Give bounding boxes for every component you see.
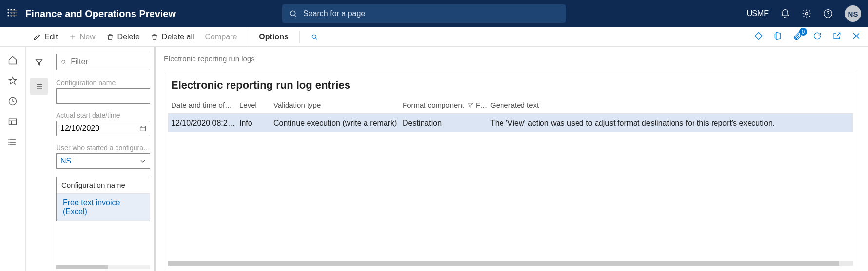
svg-line-10 bbox=[295, 15, 296, 17]
log-grid: Date and time of… Level Validation type … bbox=[168, 96, 853, 261]
col-date[interactable]: Date and time of… bbox=[168, 101, 236, 109]
config-name-label: Configuration name bbox=[56, 79, 150, 87]
action-bar: Edit New Delete Delete all Compare Optio… bbox=[0, 27, 868, 47]
notifications-icon[interactable] bbox=[780, 9, 790, 18]
edit-button[interactable]: Edit bbox=[33, 33, 58, 41]
nav-hamburger-icon[interactable] bbox=[9, 8, 19, 19]
avatar-initials: NS bbox=[848, 10, 858, 18]
delete-all-label: Delete all bbox=[162, 33, 194, 41]
filter-box[interactable] bbox=[56, 54, 150, 70]
list-item[interactable]: Free text invoice (Excel) bbox=[57, 194, 150, 221]
app-header: Finance and Operations Preview USMF NS bbox=[0, 0, 868, 27]
calendar-icon bbox=[139, 125, 147, 132]
global-search[interactable] bbox=[282, 4, 566, 23]
col-generated-text[interactable]: Generated text bbox=[487, 101, 853, 109]
attachments-icon[interactable]: 0 bbox=[793, 31, 803, 43]
col-f-truncated[interactable]: F… bbox=[473, 101, 487, 109]
recent-icon[interactable] bbox=[4, 92, 21, 110]
cell-generated-text: The 'View' action was used to adjust for… bbox=[487, 119, 853, 127]
config-name-field[interactable] bbox=[56, 88, 150, 104]
svg-rect-24 bbox=[9, 119, 17, 125]
modules-icon[interactable] bbox=[4, 133, 21, 151]
trash-icon bbox=[106, 33, 114, 41]
workspaces-icon[interactable] bbox=[4, 113, 21, 130]
settings-icon[interactable] bbox=[802, 9, 811, 18]
config-list-header: Configuration name bbox=[57, 177, 150, 194]
svg-point-13 bbox=[828, 15, 829, 16]
new-label: New bbox=[80, 33, 96, 41]
refresh-icon[interactable] bbox=[812, 31, 822, 43]
svg-line-37 bbox=[65, 63, 66, 64]
svg-line-20 bbox=[315, 38, 317, 39]
start-date-field[interactable]: 12/10/2020 bbox=[56, 121, 150, 136]
user-label: User who started a configuration bbox=[56, 144, 150, 152]
chevron-down-icon bbox=[139, 157, 147, 165]
legal-entity[interactable]: USMF bbox=[747, 9, 769, 18]
cell-validation-type: Continue execution (write a remark) bbox=[270, 119, 400, 127]
funnel-icon[interactable] bbox=[30, 54, 48, 71]
log-entries-card: Electronic reporting run log entries Dat… bbox=[164, 72, 857, 271]
cell-level: Info bbox=[236, 119, 270, 127]
search-icon bbox=[310, 33, 318, 41]
svg-point-31 bbox=[9, 142, 10, 143]
action-separator bbox=[248, 31, 248, 43]
action-separator bbox=[299, 31, 300, 43]
svg-point-36 bbox=[62, 60, 65, 63]
config-list: Configuration name Free text invoice (Ex… bbox=[56, 177, 150, 221]
new-button[interactable]: New bbox=[69, 33, 96, 41]
plus-icon bbox=[69, 33, 77, 41]
options-label: Options bbox=[259, 33, 288, 41]
user-value: NS bbox=[60, 157, 71, 165]
col-format-component[interactable]: Format component bbox=[400, 101, 473, 109]
favorites-icon[interactable] bbox=[4, 72, 21, 90]
filter-input[interactable] bbox=[71, 57, 146, 66]
search-input[interactable] bbox=[303, 9, 559, 18]
start-date-label: Actual start date/time bbox=[56, 111, 150, 119]
delete-button[interactable]: Delete bbox=[106, 33, 140, 41]
funnel-icon bbox=[467, 102, 473, 108]
svg-point-11 bbox=[806, 13, 808, 15]
attachments-badge: 0 bbox=[799, 28, 807, 36]
breadcrumb: Electronic reporting run logs bbox=[164, 54, 857, 63]
cell-format-component: Destination bbox=[400, 119, 473, 127]
help-icon[interactable] bbox=[823, 9, 833, 18]
options-button[interactable]: Options bbox=[259, 33, 288, 41]
svg-point-19 bbox=[312, 35, 316, 38]
col-level[interactable]: Level bbox=[236, 101, 270, 109]
side-horizontal-scrollbar[interactable] bbox=[56, 265, 150, 269]
trash-icon bbox=[151, 33, 158, 41]
compare-label: Compare bbox=[205, 33, 237, 41]
grid-horizontal-scrollbar[interactable] bbox=[168, 261, 853, 266]
list-view-icon[interactable] bbox=[30, 78, 48, 95]
compare-button: Compare bbox=[205, 33, 237, 41]
nav-rail bbox=[0, 47, 26, 271]
scroll-thumb[interactable] bbox=[168, 261, 839, 266]
popout-icon[interactable] bbox=[832, 31, 842, 43]
svg-point-30 bbox=[9, 139, 10, 140]
main-content: Electronic reporting run logs Electronic… bbox=[156, 47, 868, 271]
search-icon bbox=[60, 58, 67, 66]
side-panel: Configuration name Actual start date/tim… bbox=[52, 47, 156, 271]
svg-point-9 bbox=[290, 11, 295, 16]
search-icon bbox=[289, 9, 297, 18]
avatar[interactable]: NS bbox=[845, 5, 861, 22]
pencil-icon bbox=[33, 33, 41, 41]
diamond-icon[interactable] bbox=[754, 31, 764, 43]
table-row[interactable]: 12/10/2020 08:2… Info Continue execution… bbox=[168, 114, 853, 132]
home-icon[interactable] bbox=[4, 52, 21, 69]
edit-label: Edit bbox=[44, 33, 58, 41]
scroll-thumb[interactable] bbox=[56, 265, 108, 269]
find-button[interactable] bbox=[310, 33, 318, 41]
close-icon[interactable] bbox=[851, 31, 861, 43]
start-date-value: 12/10/2020 bbox=[60, 124, 99, 133]
delete-all-button[interactable]: Delete all bbox=[151, 33, 194, 41]
svg-rect-38 bbox=[140, 126, 146, 131]
svg-point-32 bbox=[9, 144, 10, 145]
grid-header: Date and time of… Level Validation type … bbox=[168, 96, 853, 114]
card-title: Electronic reporting run log entries bbox=[164, 72, 857, 96]
col-validation-type[interactable]: Validation type bbox=[270, 101, 400, 109]
office-icon[interactable] bbox=[773, 31, 783, 43]
filter-rail bbox=[26, 47, 52, 271]
delete-label: Delete bbox=[117, 33, 140, 41]
user-field[interactable]: NS bbox=[56, 153, 150, 169]
